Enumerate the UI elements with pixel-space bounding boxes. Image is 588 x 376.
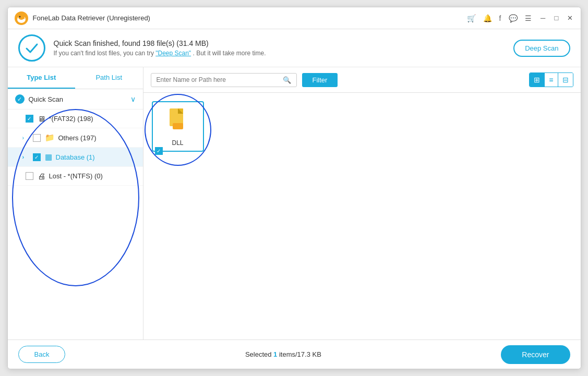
bottom-bar: Back Selected 1 items/17.3 KB Recover [8, 339, 581, 369]
quick-scan-check-icon [15, 94, 25, 104]
content-toolbar: 🔍 Filter ⊞ ≡ ⊟ [143, 67, 581, 93]
back-button[interactable]: Back [18, 346, 66, 363]
deep-scan-link[interactable]: "Deep Scan" [155, 50, 191, 57]
database-icon: ▦ [45, 152, 52, 162]
folder-icon-others: 📁 [45, 133, 55, 142]
content-area: 🔍 Filter ⊞ ≡ ⊟ [143, 67, 581, 339]
svg-rect-7 [173, 123, 183, 129]
title-bar: FoneLab Data Retriever (Unregistered) 🛒 … [8, 7, 581, 29]
sidebar-tabs: Type List Path List [8, 67, 143, 89]
search-input[interactable] [157, 76, 283, 83]
view-grid-button[interactable]: ⊞ [530, 73, 545, 87]
search-icon: 🔍 [283, 76, 291, 84]
file-item-dll[interactable]: DLL [152, 101, 204, 152]
label-fat32: *(FAT32) (198) [49, 115, 93, 123]
tab-path-list[interactable]: Path List [75, 67, 143, 89]
svg-point-3 [19, 16, 20, 17]
tree-item-others[interactable]: › 📁 Others (197) [8, 128, 143, 148]
bell-icon[interactable]: 🔔 [483, 14, 492, 22]
maximize-button[interactable]: □ [553, 14, 561, 22]
deep-scan-hint: If you can't find lost files, you can tr… [54, 50, 514, 57]
drive-icon-ntfs: 🖨 [38, 172, 45, 180]
file-name-dll: DLL [172, 139, 183, 147]
deep-scan-button[interactable]: Deep Scan [513, 40, 570, 57]
checkbox-fat32[interactable] [26, 115, 33, 123]
view-detail-button[interactable]: ⊟ [558, 73, 573, 87]
checkbox-ntfs[interactable] [26, 172, 33, 180]
minimize-button[interactable]: ─ [539, 14, 547, 22]
label-ntfs: Lost - *(NTFS) (0) [49, 172, 103, 180]
quick-scan-label: Quick Scan [29, 95, 63, 103]
label-others: Others (197) [58, 134, 97, 142]
scan-complete-icon [18, 34, 45, 62]
filter-button[interactable]: Filter [302, 73, 338, 87]
tree-item-database[interactable]: › ▦ Database (1) [8, 148, 143, 167]
expand-arrow-others: › [22, 135, 31, 141]
tab-type-list[interactable]: Type List [8, 67, 76, 89]
app-window: FoneLab Data Retriever (Unregistered) 🛒 … [7, 7, 581, 369]
drive-icon-fat32: 🖥 [38, 114, 45, 123]
svg-point-2 [18, 15, 25, 20]
tree-item-fat32[interactable]: 🖥 *(FAT32) (198) [8, 110, 143, 128]
sidebar: Type List Path List Quick Scan ∨ 🖥 *(FAT… [8, 67, 143, 339]
file-item-wrapper-dll: DLL [152, 101, 204, 152]
recover-button[interactable]: Recover [501, 345, 570, 364]
status-text: Selected 1 items/17.3 KB [65, 350, 501, 358]
main-content: Type List Path List Quick Scan ∨ 🖥 *(FAT… [8, 67, 581, 339]
label-database: Database (1) [56, 153, 95, 161]
app-logo [14, 11, 29, 26]
chat-icon[interactable]: 💬 [509, 14, 518, 22]
title-bar-icons: 🛒 🔔 f 💬 ☰ [467, 14, 532, 22]
header-area: Quick Scan finished, found 198 file(s) (… [8, 29, 581, 67]
cart-icon[interactable]: 🛒 [467, 14, 476, 22]
search-box[interactable]: 🔍 [151, 73, 297, 87]
scan-status: Quick Scan finished, found 198 file(s) (… [54, 39, 514, 47]
view-list-button[interactable]: ≡ [545, 73, 558, 87]
file-icon-dll [169, 108, 187, 135]
view-buttons: ⊞ ≡ ⊟ [529, 72, 573, 87]
quick-scan-expand-icon[interactable]: ∨ [130, 95, 136, 103]
checkbox-others[interactable] [33, 134, 41, 142]
window-controls: ─ □ ✕ [539, 14, 574, 22]
menu-icon[interactable]: ☰ [525, 14, 532, 22]
header-text: Quick Scan finished, found 198 file(s) (… [54, 39, 514, 57]
file-checkbox-dll[interactable] [155, 147, 163, 155]
quick-scan-row: Quick Scan ∨ [8, 89, 143, 110]
app-title: FoneLab Data Retriever (Unregistered) [33, 14, 467, 22]
close-button[interactable]: ✕ [566, 14, 574, 22]
tree-item-ntfs[interactable]: 🖨 Lost - *(NTFS) (0) [8, 167, 143, 186]
facebook-icon[interactable]: f [499, 14, 501, 22]
expand-arrow-database: › [22, 154, 31, 160]
checkbox-database[interactable] [33, 153, 41, 161]
file-grid: DLL [143, 93, 581, 339]
